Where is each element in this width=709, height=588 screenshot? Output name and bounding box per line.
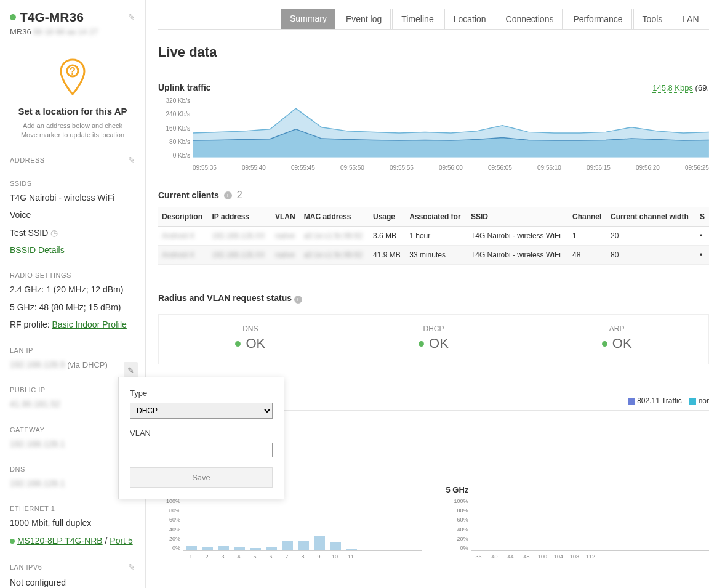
location-hint-1: Add an address below and check xyxy=(10,121,135,131)
edit-lan-ip-icon[interactable]: ✎ xyxy=(124,362,138,379)
table-header[interactable]: Usage xyxy=(369,207,406,227)
lan-ipv6-value: Not configured xyxy=(10,576,135,588)
uplink-title: Uplink traffic xyxy=(158,83,211,92)
ssid-item: Voice xyxy=(10,208,135,222)
info-icon[interactable]: i xyxy=(294,296,302,304)
edit-address-icon[interactable]: ✎ xyxy=(128,155,136,165)
table-header[interactable]: Current channel width xyxy=(607,207,696,227)
table-header[interactable]: MAC address xyxy=(300,207,369,227)
port-link[interactable]: Port 5 xyxy=(110,536,132,546)
edit-name-icon[interactable]: ✎ xyxy=(128,12,135,22)
vlan-label: VLAN xyxy=(130,429,273,438)
uplink-paren: (69. xyxy=(695,83,709,92)
lan-ip-label: LAN IP xyxy=(10,347,33,354)
switch-status-dot xyxy=(10,539,15,544)
table-row[interactable]: Android-X 192.168.128.XX native a0:1e:c1… xyxy=(158,227,709,246)
table-header[interactable]: SSID xyxy=(467,207,569,227)
ssid-item: Test SSID ◷ xyxy=(10,226,135,240)
radio-settings-label: RADIO SETTINGS xyxy=(10,272,71,279)
rf-profile-link[interactable]: Basic Indoor Profile xyxy=(52,320,126,329)
public-ip-label: PUBLIC IP xyxy=(10,386,46,393)
info-icon[interactable]: i xyxy=(224,191,232,199)
tab-summary[interactable]: Summary xyxy=(281,9,335,29)
device-model: MR36 xyxy=(10,27,31,36)
radio-24: 2.4 GHz: 1 (20 MHz; 12 dBm) xyxy=(10,283,135,296)
table-header[interactable]: IP address xyxy=(209,207,272,227)
ethernet-label: ETHERNET 1 xyxy=(10,505,55,512)
tab-tools[interactable]: Tools xyxy=(633,9,672,29)
lan-ipv6-label: LAN IPV6 xyxy=(10,563,42,571)
gateway-label: GATEWAY xyxy=(10,426,44,433)
device-name: T4G-MR36 xyxy=(20,10,84,25)
edit-ipv6-icon[interactable]: ✎ xyxy=(128,562,136,572)
table-header[interactable]: S xyxy=(696,207,709,227)
vlan-input[interactable] xyxy=(130,443,273,457)
tab-performance[interactable]: Performance xyxy=(564,9,631,29)
dns-label: DNS xyxy=(10,465,25,473)
main-content: Summary Event log Timeline Location Conn… xyxy=(146,0,709,588)
device-mac-blurred: 88 18 88 aa 14 27 xyxy=(33,27,98,36)
table-header[interactable]: Channel xyxy=(569,207,607,227)
table-row[interactable]: Android-X 192.168.128.XX native a0:1e:c1… xyxy=(158,246,709,265)
radius-title: Radius and VLAN request status xyxy=(158,293,292,303)
lan-ip-edit-popup: Type DHCP VLAN Save xyxy=(118,377,284,499)
client-count: 2 xyxy=(237,190,242,201)
tab-connections[interactable]: Connections xyxy=(497,9,563,29)
table-header[interactable]: Associated for xyxy=(406,207,467,227)
type-select[interactable]: DHCP xyxy=(130,403,273,419)
location-pin-icon: ? xyxy=(10,58,135,99)
location-hint-2: Move marker to update its location xyxy=(10,131,135,140)
uplink-rate[interactable]: 145.8 Kbps xyxy=(652,83,693,93)
gateway-blurred: 192.168.128.1 xyxy=(10,439,65,449)
device-sidebar: T4G-MR36 ✎ MR36 88 18 88 aa 14 27 ? Set … xyxy=(0,0,146,588)
radius-cell: DNS OK xyxy=(159,315,342,364)
radio-5: 5 GHz: 48 (80 MHz; 15 dBm) xyxy=(10,300,135,314)
address-label: ADDRESS xyxy=(10,156,45,164)
bssid-details-link[interactable]: BSSID Details xyxy=(10,245,65,255)
location-title: Set a location for this AP xyxy=(10,105,135,118)
tab-location[interactable]: Location xyxy=(444,9,495,29)
switch-link[interactable]: MS120-8LP T4G-NRB xyxy=(17,536,103,546)
svg-text:?: ? xyxy=(70,66,76,76)
tab-lan[interactable]: LAN xyxy=(673,9,708,29)
page-title: Live data xyxy=(158,44,709,60)
dns-blurred: 192.168.128.1 xyxy=(10,478,65,488)
tab-bar: Summary Event log Timeline Location Conn… xyxy=(158,9,709,30)
status-indicator xyxy=(10,14,16,20)
type-label: Type xyxy=(130,389,273,398)
ssid-item: T4G Nairobi - wireless WiFi xyxy=(10,191,135,204)
lan-ip-blurred: 192.168.128.9 xyxy=(10,360,65,369)
clients-table: DescriptionIP addressVLANMAC addressUsag… xyxy=(158,207,709,265)
time-icon: ◷ xyxy=(50,228,58,238)
radius-cell: DHCP OK xyxy=(342,315,526,364)
ethernet-value: 1000 Mbit, full duplex xyxy=(10,516,135,530)
uplink-chart: 320 Kb/s240 Kb/s160 Kb/s80 Kb/s0 Kb/s 09… xyxy=(158,97,709,171)
ssids-label: SSIDS xyxy=(10,180,32,187)
public-ip-blurred: 41.90.181.52 xyxy=(10,399,60,409)
band-5-chart: 5 GHz 100%80%60%40%20%0% 364044481001041… xyxy=(446,485,710,560)
radius-cell: ARP OK xyxy=(525,315,708,364)
tab-event-log[interactable]: Event log xyxy=(337,9,391,29)
table-header[interactable]: Description xyxy=(158,207,209,227)
save-button[interactable]: Save xyxy=(130,467,273,488)
clients-title: Current clients xyxy=(158,190,219,200)
tab-timeline[interactable]: Timeline xyxy=(392,9,443,29)
table-header[interactable]: VLAN xyxy=(271,207,300,227)
